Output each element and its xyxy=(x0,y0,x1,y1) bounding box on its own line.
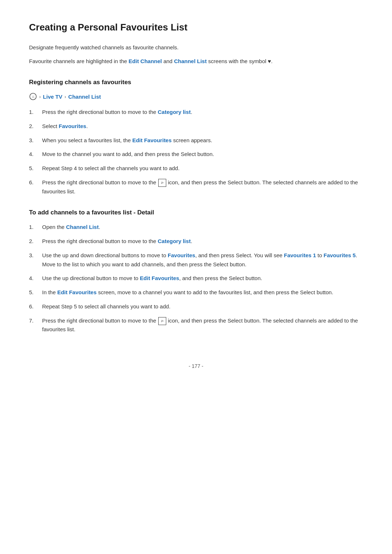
step-num: 3. xyxy=(29,136,42,145)
step-num: 1. xyxy=(29,223,42,232)
step-num: 2. xyxy=(29,237,42,246)
section1-steps: 1. Press the right directional button to… xyxy=(29,108,363,196)
nav-live-tv[interactable]: Live TV xyxy=(43,94,62,100)
step-num: 4. xyxy=(29,274,42,283)
step-num: 1. xyxy=(29,108,42,117)
step-num: 5. xyxy=(29,164,42,173)
favourites-link-2[interactable]: Favourites xyxy=(168,252,195,258)
arrow-icon-box-2: ▹ xyxy=(158,317,166,325)
favourites-link-1[interactable]: Favourites xyxy=(59,123,86,129)
list-item: 1. Open the Channel List. xyxy=(29,223,363,232)
intro-paragraph-2: Favourite channels are highlighted in th… xyxy=(29,57,363,66)
intro-paragraph-1: Designate frequently watched channels as… xyxy=(29,43,363,52)
step-num: 6. xyxy=(29,178,42,187)
list-item: 3. Use the up and down directional butto… xyxy=(29,251,363,269)
step-content: Press the right directional button to mo… xyxy=(42,316,363,335)
step-num: 3. xyxy=(29,251,42,260)
list-item: 6. Repeat Step 5 to select all channels … xyxy=(29,302,363,311)
step-content: Move to the channel you want to add, and… xyxy=(42,150,363,159)
step-content: Press the right directional button to mo… xyxy=(42,178,363,196)
page-title: Creating a Personal Favourites List xyxy=(29,22,363,33)
section2-steps: 1. Open the Channel List. 2. Press the r… xyxy=(29,223,363,334)
arrow-icon-box: ▹ xyxy=(158,179,166,187)
home-icon: ⌂ xyxy=(29,93,37,100)
list-item: 1. Press the right directional button to… xyxy=(29,108,363,117)
list-item: 6. Press the right directional button to… xyxy=(29,178,363,196)
list-item: 2. Select Favourites. xyxy=(29,122,363,131)
step-content: Use the up directional button to move to… xyxy=(42,274,363,283)
nav-chevron-1: › xyxy=(39,94,41,99)
edit-favourites-link-2[interactable]: Edit Favourites xyxy=(140,275,179,281)
nav-path: ⌂ › Live TV › Channel List xyxy=(29,93,363,100)
step-content: In the Edit Favourites screen, move to a… xyxy=(42,288,363,297)
favourites1-link[interactable]: Favourites 1 xyxy=(284,252,316,258)
category-list-link-1[interactable]: Category list xyxy=(158,109,191,115)
page-footer: - 177 - xyxy=(29,363,363,369)
svg-text:⌂: ⌂ xyxy=(32,94,34,99)
list-item: 5. Repeat Step 4 to select all the chann… xyxy=(29,164,363,173)
step-num: 2. xyxy=(29,122,42,131)
channel-list-link-intro[interactable]: Channel List xyxy=(174,58,207,64)
step-content: Use the up and down directional buttons … xyxy=(42,251,363,269)
channel-list-link-s2[interactable]: Channel List xyxy=(66,224,99,230)
favourites5-link[interactable]: Favourites 5 xyxy=(323,252,355,258)
list-item: 5. In the Edit Favourites screen, move t… xyxy=(29,288,363,297)
step-num: 6. xyxy=(29,302,42,311)
list-item: 2. Press the right directional button to… xyxy=(29,237,363,246)
step-content: Press the right directional button to mo… xyxy=(42,237,363,246)
intro2-prefix: Favourite channels are highlighted in th… xyxy=(29,58,128,64)
step-num: 7. xyxy=(29,316,42,325)
nav-channel-list[interactable]: Channel List xyxy=(68,94,101,100)
step-content: Select Favourites. xyxy=(42,122,363,131)
section1-heading: Registering channels as favourites xyxy=(29,79,363,86)
list-item: 3. When you select a favourites list, th… xyxy=(29,136,363,145)
list-item: 7. Press the right directional button to… xyxy=(29,316,363,335)
section2-heading: To add channels to a favourites list - D… xyxy=(29,209,363,216)
step-num: 4. xyxy=(29,150,42,159)
intro2-mid: and xyxy=(162,58,174,64)
step-num: 5. xyxy=(29,288,42,297)
step-content: Open the Channel List. xyxy=(42,223,363,232)
edit-favourites-link-3[interactable]: Edit Favourites xyxy=(57,289,97,295)
step-content: Repeat Step 4 to select all the channels… xyxy=(42,164,363,173)
intro2-suffix: screens with the symbol ♥. xyxy=(207,58,272,64)
edit-favourites-link-1[interactable]: Edit Favourites xyxy=(132,137,171,143)
step-content: Press the right directional button to mo… xyxy=(42,108,363,117)
step-content: When you select a favourites list, the E… xyxy=(42,136,363,145)
list-item: 4. Use the up directional button to move… xyxy=(29,274,363,283)
nav-chevron-2: › xyxy=(65,94,66,99)
category-list-link-2[interactable]: Category list xyxy=(158,238,191,244)
step-content: Repeat Step 5 to select all channels you… xyxy=(42,302,363,311)
list-item: 4. Move to the channel you want to add, … xyxy=(29,150,363,159)
edit-channel-link[interactable]: Edit Channel xyxy=(128,58,162,64)
